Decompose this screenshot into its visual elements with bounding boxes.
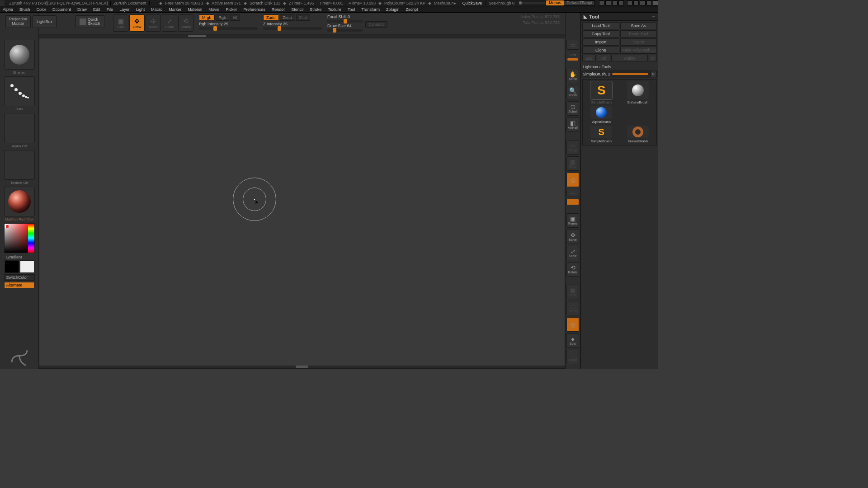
menu-zplugin[interactable]: Zplugin bbox=[386, 7, 400, 12]
menu-light[interactable]: Light bbox=[136, 7, 145, 12]
scale-mode[interactable]: ⤢Scale bbox=[162, 14, 177, 32]
menu-zscript[interactable]: Zscript bbox=[406, 7, 418, 12]
menu-file[interactable]: File bbox=[107, 7, 113, 12]
r-button[interactable]: R bbox=[649, 55, 657, 61]
move-view-button[interactable]: ✥Move bbox=[566, 230, 579, 244]
aahalf-button[interactable]: ◧AAHalf bbox=[566, 117, 579, 132]
scroll-button[interactable]: ✋Scroll bbox=[566, 69, 579, 83]
shelf-scrollbar[interactable] bbox=[39, 34, 565, 38]
color-picker[interactable] bbox=[4, 223, 35, 253]
zcut-toggle[interactable]: Zcut bbox=[296, 14, 311, 21]
dynamic-toggle[interactable]: Dynamic bbox=[365, 21, 387, 28]
quicksave-button[interactable]: QuickSave bbox=[459, 1, 486, 5]
rotate-mode[interactable]: ⟲Rotate bbox=[178, 14, 193, 32]
move-mode[interactable]: ✢Move bbox=[146, 14, 161, 32]
alternate-button[interactable]: Alternate bbox=[4, 282, 35, 288]
menu-macro[interactable]: Macro bbox=[151, 7, 162, 12]
alpha-swatch[interactable] bbox=[4, 113, 35, 143]
clone-button[interactable]: Clone bbox=[582, 47, 619, 54]
menus-toggle[interactable]: Menus bbox=[546, 0, 564, 5]
export-button[interactable]: Export bbox=[620, 38, 657, 46]
primary-color-swatch[interactable] bbox=[20, 260, 34, 273]
window-grip[interactable] bbox=[0, 0, 5, 6]
texture-swatch[interactable] bbox=[4, 150, 35, 180]
see-through-slider[interactable] bbox=[519, 2, 546, 4]
lightbox-tools-label[interactable]: Lightbox › Tools bbox=[581, 63, 658, 70]
menu-brush[interactable]: Brush bbox=[19, 7, 30, 12]
stroke-swatch[interactable] bbox=[4, 76, 35, 106]
tool-panel-header[interactable]: ◣ Tool ⋯ bbox=[581, 13, 658, 21]
grz-button[interactable]: GrZ bbox=[582, 55, 596, 61]
gradient-label[interactable]: Gradient bbox=[6, 255, 22, 259]
close-icon[interactable] bbox=[653, 0, 658, 5]
transp-button[interactable]: ◌Transp bbox=[566, 301, 579, 315]
m-toggle[interactable]: M bbox=[230, 14, 240, 21]
viewport-bottom-handle[interactable] bbox=[39, 366, 565, 368]
layout-a-icon[interactable] bbox=[605, 0, 611, 5]
projection-master-button[interactable]: ProjectionMaster bbox=[5, 15, 31, 28]
material-swatch[interactable] bbox=[4, 187, 35, 216]
layout-c-icon[interactable] bbox=[618, 0, 624, 5]
tool-simplebrush-large[interactable]: S bbox=[590, 81, 612, 99]
zoom-button[interactable]: 🔍Zoom bbox=[566, 85, 579, 99]
ghost-button[interactable]: ◎ bbox=[566, 317, 579, 332]
xpose-button[interactable]: ⋮Xpose bbox=[566, 350, 579, 364]
default-zscript[interactable]: DefaultZScript bbox=[564, 0, 595, 5]
menu-alpha[interactable]: Alpha bbox=[3, 7, 13, 12]
tool-alphabrush[interactable] bbox=[590, 106, 612, 119]
draw-mode[interactable]: ✥Draw bbox=[129, 14, 145, 32]
spix-label[interactable]: SPix bbox=[570, 53, 576, 56]
scale-view-button[interactable]: ⤢Scale bbox=[566, 246, 579, 260]
secondary-color-swatch[interactable] bbox=[5, 260, 19, 273]
quick-sketch-button[interactable]: QuickSketch bbox=[75, 15, 104, 28]
axis-button[interactable] bbox=[566, 199, 579, 205]
tool-close-icon[interactable]: ⋯ bbox=[651, 14, 656, 19]
menu-marker[interactable]: Marker bbox=[169, 7, 181, 12]
menu-stencil[interactable]: Stencil bbox=[291, 7, 303, 12]
lightbox-button[interactable]: LightBox bbox=[33, 15, 57, 28]
switch-color-button[interactable]: SwitchColor bbox=[4, 274, 35, 281]
menu-texture[interactable]: Texture bbox=[328, 7, 341, 12]
lock-button[interactable]: ─ bbox=[566, 189, 579, 197]
arrange-icon[interactable] bbox=[599, 0, 604, 5]
z-intensity-slider[interactable]: Z Intensity 25 bbox=[263, 22, 322, 30]
import-button[interactable]: Import bbox=[582, 38, 619, 46]
solo-button[interactable]: ●Solo bbox=[566, 333, 579, 348]
local-button[interactable]: ◎ bbox=[566, 173, 579, 187]
tool-spherebrush[interactable] bbox=[627, 81, 649, 99]
menu-tool[interactable]: Tool bbox=[348, 7, 355, 12]
menu-render[interactable]: Render bbox=[272, 7, 285, 12]
menu-transform[interactable]: Transform bbox=[361, 7, 380, 12]
menu-picker[interactable]: Picker bbox=[226, 7, 237, 12]
actual-button[interactable]: □Actual bbox=[566, 101, 579, 116]
menu-movie[interactable]: Movie bbox=[208, 7, 219, 12]
persp-button[interactable]: ▭Persp bbox=[566, 140, 579, 155]
tool-simplebrush-small[interactable]: S bbox=[590, 126, 612, 138]
edit-mode[interactable]: ▦Edit bbox=[113, 14, 128, 32]
menu-material[interactable]: Material bbox=[188, 7, 202, 12]
menu-layer[interactable]: Layer bbox=[119, 7, 130, 12]
layout-b-icon[interactable] bbox=[612, 0, 618, 5]
load-tool-button[interactable]: Load Tool bbox=[582, 22, 619, 29]
menu-preferences[interactable]: Preferences bbox=[243, 7, 265, 12]
paste-tool-button[interactable]: Paste Tool bbox=[620, 30, 657, 38]
polyf-button[interactable]: ▦PolyF bbox=[566, 285, 579, 299]
tool-size-slider[interactable] bbox=[612, 73, 648, 75]
menu-document[interactable]: Document bbox=[52, 7, 71, 12]
maximize-icon[interactable] bbox=[646, 0, 652, 5]
zadd-toggle[interactable]: Zadd bbox=[263, 14, 279, 21]
menu-color[interactable]: Color bbox=[37, 7, 47, 12]
zsub-toggle[interactable]: Zsub bbox=[280, 14, 295, 21]
copy-tool-button[interactable]: Copy Tool bbox=[582, 30, 619, 38]
bpr-button[interactable]: ▭ bbox=[566, 40, 579, 50]
focal-shift-slider[interactable]: Focal Shift 0 bbox=[327, 14, 363, 23]
visible-button[interactable]: Visible bbox=[611, 55, 648, 61]
save-as-button[interactable]: Save As bbox=[620, 22, 657, 29]
hide-icon[interactable] bbox=[640, 0, 645, 5]
floor-button[interactable]: ▦Floor bbox=[566, 156, 579, 171]
menu-draw[interactable]: Draw bbox=[77, 7, 87, 12]
frame-button[interactable]: ▣Frame bbox=[566, 213, 579, 228]
rgb-intensity-slider[interactable]: Rgb Intensity 25 bbox=[199, 22, 258, 30]
tool-eraserbrush[interactable] bbox=[627, 126, 649, 138]
canvas-viewport[interactable]: ➤ bbox=[39, 38, 565, 369]
